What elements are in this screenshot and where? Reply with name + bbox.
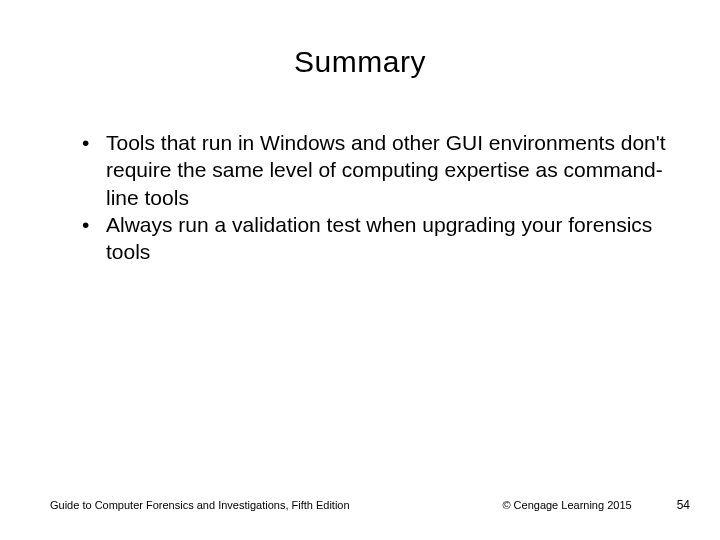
list-item: Tools that run in Windows and other GUI … [80,129,670,211]
slide-content: Tools that run in Windows and other GUI … [50,129,670,265]
footer-right-group: © Cengage Learning 2015 54 [502,498,690,512]
slide-title: Summary [50,45,670,79]
slide-footer: Guide to Computer Forensics and Investig… [50,498,690,512]
bullet-list: Tools that run in Windows and other GUI … [80,129,670,265]
footer-book-title: Guide to Computer Forensics and Investig… [50,499,350,511]
footer-copyright: © Cengage Learning 2015 [502,499,631,511]
slide-container: Summary Tools that run in Windows and ot… [0,0,720,540]
footer-page-number: 54 [677,498,690,512]
list-item: Always run a validation test when upgrad… [80,211,670,266]
